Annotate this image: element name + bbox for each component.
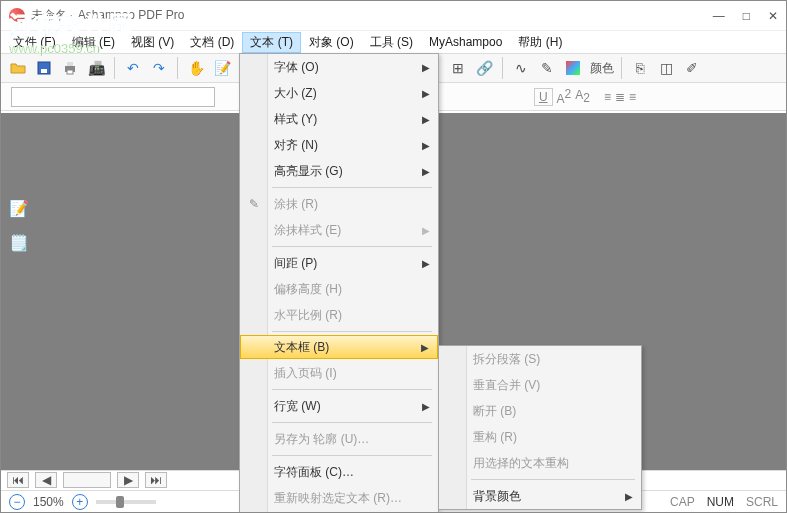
title-bar: 未命名 - Ashampoo PDF Pro — □ ✕ xyxy=(1,1,786,31)
menu-object[interactable]: 对象 (O) xyxy=(301,32,362,53)
num-indicator: NUM xyxy=(707,495,734,509)
bold-button[interactable]: U xyxy=(534,88,553,106)
first-page-button[interactable]: ⏮ xyxy=(7,472,29,488)
eraser-icon[interactable]: ◫ xyxy=(655,57,677,79)
submenu-background-color[interactable]: 背景颜色▶ xyxy=(439,483,641,509)
curve-icon[interactable]: ∿ xyxy=(510,57,532,79)
save-icon[interactable] xyxy=(33,57,55,79)
window-title: 未命名 - Ashampoo PDF Pro xyxy=(31,7,713,24)
scrl-indicator: SCRL xyxy=(746,495,778,509)
align-center-icon[interactable]: ≣ xyxy=(615,90,625,104)
menu-item-highlight[interactable]: 高亮显示 (G)▶ xyxy=(240,158,438,184)
page-number-field[interactable] xyxy=(63,472,111,488)
pen-icon[interactable]: ✎ xyxy=(536,57,558,79)
menu-item-spacing[interactable]: 间距 (P)▶ xyxy=(240,250,438,276)
menu-item-offset-height: 偏移高度 (H) xyxy=(240,276,438,302)
edit-note-icon-2[interactable]: 🗒️ xyxy=(9,233,29,252)
menu-item-style[interactable]: 样式 (Y)▶ xyxy=(240,106,438,132)
svg-rect-4 xyxy=(67,70,73,74)
stamp-icon[interactable]: ⎘ xyxy=(629,57,651,79)
prev-page-button[interactable]: ◀ xyxy=(35,472,57,488)
menu-item-char-panel[interactable]: 字符面板 (C)… xyxy=(240,459,438,485)
menu-item-textbox[interactable]: 文本框 (B)▶ xyxy=(240,335,438,359)
menu-item-smear-style: 涂抹样式 (E)▶ xyxy=(240,217,438,243)
submenu-rebuild: 重构 (R) xyxy=(439,424,641,450)
zoom-level[interactable]: 150% xyxy=(33,495,64,509)
menu-item-smear: ✎涂抹 (R) xyxy=(240,191,438,217)
open-icon[interactable] xyxy=(7,57,29,79)
last-page-button[interactable]: ⏭ xyxy=(145,472,167,488)
subscript-button[interactable]: A2 xyxy=(575,88,590,105)
menu-bar: 文件 (F) 编辑 (E) 视图 (V) 文档 (D) 文本 (T) 对象 (O… xyxy=(1,31,786,53)
submenu-rebuild-selection: 用选择的文本重构 xyxy=(439,450,641,476)
cap-indicator: CAP xyxy=(670,495,695,509)
menu-tool[interactable]: 工具 (S) xyxy=(362,32,421,53)
menu-file[interactable]: 文件 (F) xyxy=(5,32,64,53)
zoom-in-button[interactable]: + xyxy=(72,494,88,510)
menu-item-font[interactable]: 字体 (O)▶ xyxy=(240,54,438,80)
edit-note-icon[interactable]: 📝 xyxy=(9,199,29,218)
select-icon[interactable]: 📝 xyxy=(211,57,233,79)
menu-item-remap-selected: 重新映射选定文本 (R)… xyxy=(240,485,438,511)
menu-text[interactable]: 文本 (T) xyxy=(242,32,301,53)
svg-rect-3 xyxy=(67,62,73,66)
zoom-slider[interactable] xyxy=(96,500,156,504)
app-icon xyxy=(9,8,25,24)
next-page-button[interactable]: ▶ xyxy=(117,472,139,488)
zoom-out-button[interactable]: − xyxy=(9,494,25,510)
menu-item-hscale: 水平比例 (R) xyxy=(240,302,438,328)
textbox-submenu: 拆分段落 (S) 垂直合并 (V) 断开 (B) 重构 (R) 用选择的文本重构… xyxy=(438,345,642,510)
color-swatch[interactable] xyxy=(562,57,584,79)
menu-item-size[interactable]: 大小 (Z)▶ xyxy=(240,80,438,106)
edit-icon[interactable]: ✐ xyxy=(681,57,703,79)
menu-document[interactable]: 文档 (D) xyxy=(182,32,242,53)
submenu-break: 断开 (B) xyxy=(439,398,641,424)
toolbar-icon-2[interactable]: ⊞ xyxy=(447,57,469,79)
align-right-icon[interactable]: ≡ xyxy=(629,90,636,104)
menu-item-saveas-outline: 另存为 轮廓 (U)… xyxy=(240,426,438,452)
menu-item-insert-pageno: 插入页码 (I) xyxy=(240,360,438,386)
maximize-button[interactable]: □ xyxy=(743,9,750,23)
menu-item-linewidth[interactable]: 行宽 (W)▶ xyxy=(240,393,438,419)
menu-edit[interactable]: 编辑 (E) xyxy=(64,32,123,53)
color-label: 颜色 xyxy=(590,60,614,77)
hand-icon[interactable]: ✋ xyxy=(185,57,207,79)
superscript-button[interactable]: A2 xyxy=(557,87,572,106)
font-family-select[interactable] xyxy=(11,87,215,107)
link-icon[interactable]: 🔗 xyxy=(473,57,495,79)
print-icon[interactable] xyxy=(59,57,81,79)
menu-myashampoo[interactable]: MyAshampoo xyxy=(421,33,510,51)
menu-item-align[interactable]: 对齐 (N)▶ xyxy=(240,132,438,158)
submenu-vertical-merge: 垂直合并 (V) xyxy=(439,372,641,398)
close-button[interactable]: ✕ xyxy=(768,9,778,23)
menu-view[interactable]: 视图 (V) xyxy=(123,32,182,53)
svg-rect-1 xyxy=(41,69,47,73)
minimize-button[interactable]: — xyxy=(713,9,725,23)
undo-icon[interactable]: ↶ xyxy=(122,57,144,79)
redo-icon[interactable]: ↷ xyxy=(148,57,170,79)
scan-icon[interactable]: 📠 xyxy=(85,57,107,79)
submenu-split-paragraph: 拆分段落 (S) xyxy=(439,346,641,372)
text-menu-dropdown: 字体 (O)▶ 大小 (Z)▶ 样式 (Y)▶ 对齐 (N)▶ 高亮显示 (G)… xyxy=(239,53,439,512)
align-left-icon[interactable]: ≡ xyxy=(604,90,611,104)
menu-help[interactable]: 帮助 (H) xyxy=(510,32,570,53)
